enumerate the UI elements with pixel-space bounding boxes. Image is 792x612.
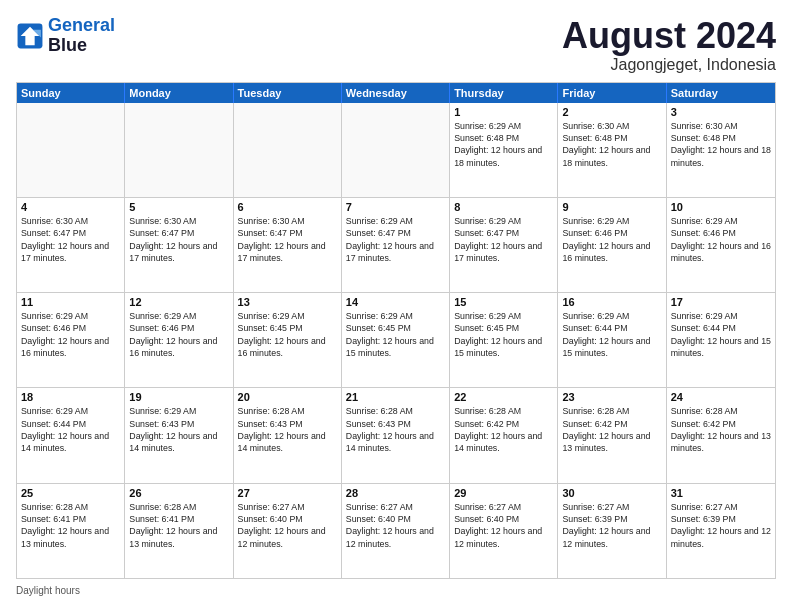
calendar-header: SundayMondayTuesdayWednesdayThursdayFrid… [17,83,775,103]
day-number: 25 [21,487,120,499]
cal-cell: 1Sunrise: 6:29 AM Sunset: 6:48 PM Daylig… [450,103,558,197]
cal-cell: 21Sunrise: 6:28 AM Sunset: 6:43 PM Dayli… [342,388,450,482]
cal-cell: 30Sunrise: 6:27 AM Sunset: 6:39 PM Dayli… [558,484,666,578]
logo-blue-text: Blue [48,36,115,56]
cell-info: Sunrise: 6:28 AM Sunset: 6:42 PM Dayligh… [562,405,661,454]
cal-cell: 6Sunrise: 6:30 AM Sunset: 6:47 PM Daylig… [234,198,342,292]
week-row-3: 11Sunrise: 6:29 AM Sunset: 6:46 PM Dayli… [17,293,775,388]
day-header-saturday: Saturday [667,83,775,103]
day-number: 13 [238,296,337,308]
day-number: 15 [454,296,553,308]
cell-info: Sunrise: 6:27 AM Sunset: 6:40 PM Dayligh… [454,501,553,550]
day-number: 22 [454,391,553,403]
day-number: 6 [238,201,337,213]
day-number: 23 [562,391,661,403]
cell-info: Sunrise: 6:27 AM Sunset: 6:39 PM Dayligh… [671,501,771,550]
day-number: 19 [129,391,228,403]
day-number: 9 [562,201,661,213]
day-number: 8 [454,201,553,213]
week-row-2: 4Sunrise: 6:30 AM Sunset: 6:47 PM Daylig… [17,198,775,293]
week-row-4: 18Sunrise: 6:29 AM Sunset: 6:44 PM Dayli… [17,388,775,483]
cell-info: Sunrise: 6:28 AM Sunset: 6:42 PM Dayligh… [671,405,771,454]
cell-info: Sunrise: 6:28 AM Sunset: 6:41 PM Dayligh… [21,501,120,550]
calendar-subtitle: Jagongjeget, Indonesia [562,56,776,74]
logo-icon [16,22,44,50]
day-number: 10 [671,201,771,213]
cell-info: Sunrise: 6:28 AM Sunset: 6:41 PM Dayligh… [129,501,228,550]
logo-general: General [48,15,115,35]
cal-cell: 5Sunrise: 6:30 AM Sunset: 6:47 PM Daylig… [125,198,233,292]
cal-cell: 17Sunrise: 6:29 AM Sunset: 6:44 PM Dayli… [667,293,775,387]
day-number: 2 [562,106,661,118]
cal-cell [17,103,125,197]
cal-cell: 25Sunrise: 6:28 AM Sunset: 6:41 PM Dayli… [17,484,125,578]
cal-cell [342,103,450,197]
day-header-monday: Monday [125,83,233,103]
cal-cell: 24Sunrise: 6:28 AM Sunset: 6:42 PM Dayli… [667,388,775,482]
cal-cell: 8Sunrise: 6:29 AM Sunset: 6:47 PM Daylig… [450,198,558,292]
header: General Blue August 2024 Jagongjeget, In… [16,16,776,74]
cell-info: Sunrise: 6:29 AM Sunset: 6:44 PM Dayligh… [21,405,120,454]
page: General Blue August 2024 Jagongjeget, In… [0,0,792,612]
cal-cell: 26Sunrise: 6:28 AM Sunset: 6:41 PM Dayli… [125,484,233,578]
title-block: August 2024 Jagongjeget, Indonesia [562,16,776,74]
cal-cell: 7Sunrise: 6:29 AM Sunset: 6:47 PM Daylig… [342,198,450,292]
day-number: 31 [671,487,771,499]
day-number: 28 [346,487,445,499]
day-number: 1 [454,106,553,118]
cell-info: Sunrise: 6:30 AM Sunset: 6:47 PM Dayligh… [129,215,228,264]
cell-info: Sunrise: 6:28 AM Sunset: 6:43 PM Dayligh… [238,405,337,454]
cal-cell: 13Sunrise: 6:29 AM Sunset: 6:45 PM Dayli… [234,293,342,387]
cell-info: Sunrise: 6:30 AM Sunset: 6:48 PM Dayligh… [671,120,771,169]
cal-cell: 11Sunrise: 6:29 AM Sunset: 6:46 PM Dayli… [17,293,125,387]
week-row-1: 1Sunrise: 6:29 AM Sunset: 6:48 PM Daylig… [17,103,775,198]
day-number: 11 [21,296,120,308]
cal-cell: 20Sunrise: 6:28 AM Sunset: 6:43 PM Dayli… [234,388,342,482]
day-number: 14 [346,296,445,308]
footer: Daylight hours [16,585,776,596]
cell-info: Sunrise: 6:29 AM Sunset: 6:45 PM Dayligh… [238,310,337,359]
day-header-wednesday: Wednesday [342,83,450,103]
calendar: SundayMondayTuesdayWednesdayThursdayFrid… [16,82,776,579]
day-number: 24 [671,391,771,403]
cal-cell: 18Sunrise: 6:29 AM Sunset: 6:44 PM Dayli… [17,388,125,482]
day-number: 18 [21,391,120,403]
day-number: 12 [129,296,228,308]
day-number: 16 [562,296,661,308]
cal-cell: 12Sunrise: 6:29 AM Sunset: 6:46 PM Dayli… [125,293,233,387]
cell-info: Sunrise: 6:30 AM Sunset: 6:48 PM Dayligh… [562,120,661,169]
day-number: 4 [21,201,120,213]
cell-info: Sunrise: 6:27 AM Sunset: 6:40 PM Dayligh… [346,501,445,550]
cal-cell: 16Sunrise: 6:29 AM Sunset: 6:44 PM Dayli… [558,293,666,387]
cell-info: Sunrise: 6:29 AM Sunset: 6:48 PM Dayligh… [454,120,553,169]
cal-cell: 27Sunrise: 6:27 AM Sunset: 6:40 PM Dayli… [234,484,342,578]
day-number: 30 [562,487,661,499]
logo: General Blue [16,16,115,56]
cell-info: Sunrise: 6:28 AM Sunset: 6:43 PM Dayligh… [346,405,445,454]
cell-info: Sunrise: 6:29 AM Sunset: 6:47 PM Dayligh… [346,215,445,264]
calendar-title: August 2024 [562,16,776,56]
day-number: 7 [346,201,445,213]
cal-cell: 19Sunrise: 6:29 AM Sunset: 6:43 PM Dayli… [125,388,233,482]
cell-info: Sunrise: 6:29 AM Sunset: 6:45 PM Dayligh… [346,310,445,359]
day-number: 3 [671,106,771,118]
cell-info: Sunrise: 6:29 AM Sunset: 6:47 PM Dayligh… [454,215,553,264]
cal-cell: 3Sunrise: 6:30 AM Sunset: 6:48 PM Daylig… [667,103,775,197]
cal-cell: 31Sunrise: 6:27 AM Sunset: 6:39 PM Dayli… [667,484,775,578]
cell-info: Sunrise: 6:29 AM Sunset: 6:44 PM Dayligh… [562,310,661,359]
day-number: 27 [238,487,337,499]
cell-info: Sunrise: 6:29 AM Sunset: 6:46 PM Dayligh… [21,310,120,359]
cal-cell: 29Sunrise: 6:27 AM Sunset: 6:40 PM Dayli… [450,484,558,578]
cal-cell: 2Sunrise: 6:30 AM Sunset: 6:48 PM Daylig… [558,103,666,197]
cal-cell: 4Sunrise: 6:30 AM Sunset: 6:47 PM Daylig… [17,198,125,292]
day-number: 5 [129,201,228,213]
day-header-friday: Friday [558,83,666,103]
week-row-5: 25Sunrise: 6:28 AM Sunset: 6:41 PM Dayli… [17,484,775,578]
calendar-body: 1Sunrise: 6:29 AM Sunset: 6:48 PM Daylig… [17,103,775,578]
day-header-tuesday: Tuesday [234,83,342,103]
day-number: 29 [454,487,553,499]
cal-cell: 22Sunrise: 6:28 AM Sunset: 6:42 PM Dayli… [450,388,558,482]
cell-info: Sunrise: 6:30 AM Sunset: 6:47 PM Dayligh… [21,215,120,264]
logo-text: General Blue [48,16,115,56]
cell-info: Sunrise: 6:29 AM Sunset: 6:46 PM Dayligh… [671,215,771,264]
